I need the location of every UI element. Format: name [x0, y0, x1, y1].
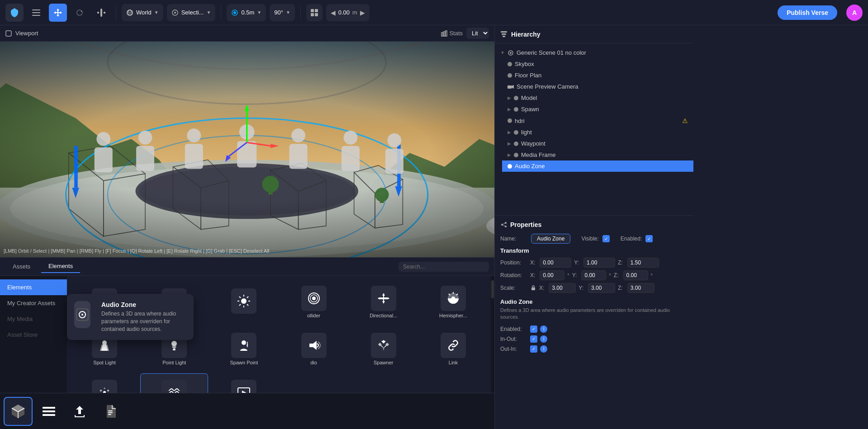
- position-left-arrow[interactable]: ◀: [331, 9, 336, 16]
- svg-point-99: [100, 390, 102, 391]
- elements-search[interactable]: [398, 262, 489, 272]
- light-expand[interactable]: ▶: [508, 130, 511, 135]
- name-value: Audio Zone: [531, 234, 570, 244]
- scale-z-input[interactable]: [627, 283, 655, 293]
- rot-z-unit: °: [651, 273, 653, 278]
- spawnpoint-label: Spawn Point: [230, 360, 258, 365]
- tooltip-description: Defines a 3D area where audio parameters…: [101, 310, 186, 333]
- element-item-spawnpoint[interactable]: Spawn Point: [210, 326, 278, 372]
- svg-point-119: [510, 52, 512, 54]
- audio-enabled-checkbox[interactable]: [530, 325, 537, 333]
- svg-rect-117: [503, 36, 505, 37]
- lock-icon: [530, 285, 536, 291]
- tree-item-hdri[interactable]: hdri ⚠: [502, 115, 693, 127]
- element-item-collider[interactable]: ollider: [280, 279, 348, 325]
- enabled-checkbox[interactable]: [645, 235, 653, 242]
- snap-value-group[interactable]: 0.5m ▼: [227, 4, 266, 21]
- scale-x-input[interactable]: [549, 283, 576, 293]
- sidebar-nav-elements[interactable]: Elements: [0, 279, 67, 295]
- refresh-button[interactable]: [71, 4, 89, 22]
- viewport-canvas[interactable]: [LMB] Orbit / Select | [MMB] Pan | [RMB]…: [0, 42, 494, 257]
- element-item-hemi[interactable]: Hemispher...: [419, 279, 487, 325]
- collider-label: ollider: [307, 313, 320, 318]
- logo-button[interactable]: [5, 4, 24, 22]
- position-group[interactable]: ◀ 0.00 m ▶: [326, 4, 370, 21]
- spotlight-label: Spot Light: [93, 360, 116, 365]
- tree-item-camera[interactable]: Scene Preview Camera: [502, 81, 693, 92]
- rot-y-label: Y:: [572, 272, 579, 278]
- tree-item-light[interactable]: ▶ light: [502, 127, 693, 138]
- tree-item-skybox[interactable]: Skybox: [502, 58, 693, 70]
- world-dropdown[interactable]: World ▼: [122, 4, 163, 21]
- rot-y-unit: °: [609, 273, 611, 278]
- elements-tab[interactable]: Elements: [41, 260, 80, 273]
- tree-item-model[interactable]: ▶ Model: [502, 92, 693, 104]
- spawn-expand[interactable]: ▶: [508, 107, 511, 112]
- sidebar-nav-creator-assets[interactable]: My Creator Assets: [0, 295, 67, 311]
- tree-item-audiozone[interactable]: Audio Zone: [502, 160, 693, 172]
- audio-outin-checkbox[interactable]: [530, 345, 537, 353]
- waypoint-expand[interactable]: ▶: [508, 141, 511, 146]
- pos-x-input[interactable]: [540, 258, 571, 268]
- tree-item-waypoint[interactable]: ▶ Waypoint: [502, 138, 693, 149]
- position-right-arrow[interactable]: ▶: [360, 9, 365, 16]
- assets-tab[interactable]: Assets: [5, 260, 38, 273]
- element-item-particle[interactable]: Particle Emi...: [71, 373, 138, 393]
- rot-y-input[interactable]: [581, 270, 606, 280]
- sidebar-nav-asset-store[interactable]: Asset Store: [0, 327, 67, 343]
- element-item-sun[interactable]: [210, 279, 278, 325]
- hierarchy-title: Hierarchy: [511, 31, 541, 38]
- element-item-directional[interactable]: Directional...: [350, 279, 417, 325]
- publish-button[interactable]: Publish Verse: [778, 5, 837, 20]
- visible-checkbox[interactable]: [602, 235, 610, 242]
- divider-1: [116, 5, 116, 20]
- element-item-mediaframe[interactable]: Media Fram...: [210, 373, 278, 393]
- audio-enabled-info[interactable]: i: [540, 325, 547, 333]
- grid-group[interactable]: [306, 4, 323, 21]
- rot-z-input[interactable]: [623, 270, 648, 280]
- pos-y-input[interactable]: [583, 258, 615, 268]
- tree-item-floorplan[interactable]: Floor Plan: [502, 70, 693, 81]
- grid-scrollbar[interactable]: [491, 276, 494, 393]
- root-expand[interactable]: ▼: [500, 50, 505, 55]
- rot-x-input[interactable]: [540, 270, 564, 280]
- icon-bar-document[interactable]: [96, 397, 125, 426]
- mediaframe-expand[interactable]: ▶: [508, 152, 511, 157]
- left-panel: Viewport Stats Lit: [0, 25, 494, 429]
- model-expand[interactable]: ▶: [508, 95, 511, 100]
- user-avatar[interactable]: A: [846, 5, 863, 21]
- menu-button[interactable]: [27, 4, 45, 22]
- element-item-spawner[interactable]: Spawner: [350, 326, 417, 372]
- stats-button[interactable]: Stats: [441, 30, 463, 37]
- tree-item-root[interactable]: ▼ Generic Scene 01 no color: [495, 47, 693, 58]
- icon-bar-list[interactable]: [34, 397, 63, 426]
- spawn-label: Spawn: [521, 106, 539, 113]
- lit-select[interactable]: Lit: [466, 28, 489, 39]
- element-item-water[interactable]: Simple Wat...: [140, 373, 208, 393]
- audio-outin-info[interactable]: i: [540, 345, 547, 353]
- icon-bar-cube[interactable]: [4, 397, 33, 426]
- sidebar-nav-my-media[interactable]: My Media: [0, 311, 67, 327]
- selection-dropdown[interactable]: Selecti... ▼: [167, 4, 216, 21]
- scale-y-input[interactable]: [588, 283, 615, 293]
- audio-inout-checkbox[interactable]: [530, 335, 537, 343]
- icon-bar-upload[interactable]: [65, 397, 94, 426]
- viewport-title: Viewport: [15, 30, 38, 37]
- snap-button[interactable]: [92, 4, 110, 22]
- scene-icon: [508, 50, 514, 56]
- light-dot: [514, 130, 518, 135]
- tree-item-spawn[interactable]: ▶ Spawn: [502, 104, 693, 115]
- directional-icon: [371, 286, 396, 311]
- rotation-row-label: Rotation:: [500, 272, 527, 278]
- link-icon: [441, 333, 466, 358]
- pos-z-input[interactable]: [627, 258, 659, 268]
- tree-item-mediaframe[interactable]: ▶ Media Frame: [502, 149, 693, 160]
- move-button[interactable]: [49, 4, 67, 22]
- angle-chevron: ▼: [286, 10, 290, 15]
- svg-rect-13: [446, 31, 447, 36]
- audio-inout-info[interactable]: i: [540, 335, 547, 343]
- element-item-link[interactable]: Link: [419, 326, 487, 372]
- element-item-audio[interactable]: dio: [280, 326, 348, 372]
- svg-rect-11: [441, 33, 443, 36]
- angle-group[interactable]: 90° ▼: [270, 4, 295, 21]
